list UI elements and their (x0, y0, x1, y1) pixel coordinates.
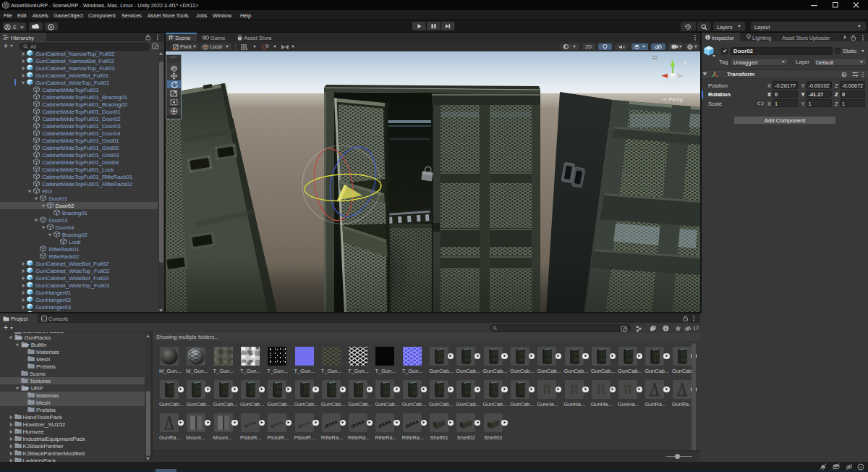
svg-text:E: E (13, 25, 17, 30)
svg-text:≺ Persp: ≺ Persp (663, 96, 683, 103)
svg-text:?: ? (843, 72, 846, 77)
